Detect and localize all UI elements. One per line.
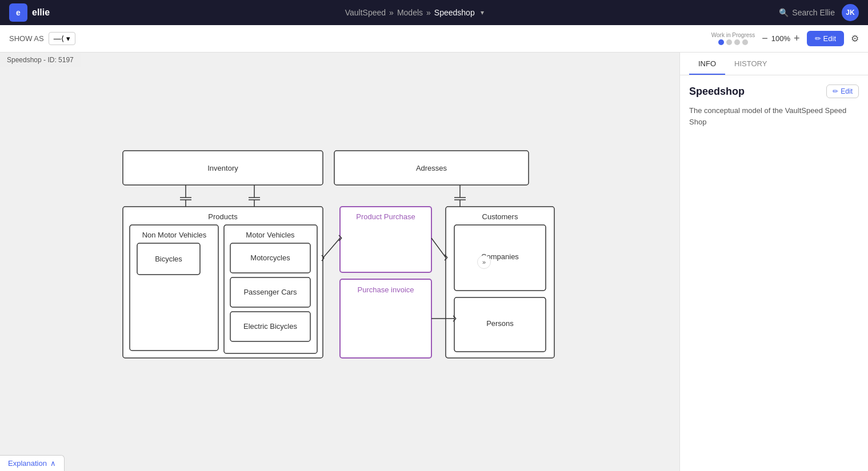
wip-section: Work in Progress [711, 32, 755, 45]
logo-text: ellie [32, 7, 50, 18]
zoom-in-button[interactable]: + [794, 33, 800, 45]
main-area: Speedshop - ID: 5197 Inventory Adresses [0, 53, 868, 471]
search-icon: 🔍 [779, 8, 789, 17]
toolbar: SHOW AS —⟨ ▾ Work in Progress − 100% + ✏… [0, 25, 868, 53]
breadcrumb-speedshop[interactable]: Speedshop [434, 8, 475, 17]
motorcycles-label: Motorcycles [250, 253, 290, 262]
persons-label: Persons [486, 319, 514, 328]
breadcrumb-vaultspeed[interactable]: VaultSpeed [345, 8, 386, 17]
zoom-out-button[interactable]: − [762, 33, 768, 45]
breadcrumb-models[interactable]: Models [397, 8, 423, 17]
product-purchase-label: Product Purchase [356, 212, 415, 221]
panel-title: Speedshop [689, 86, 745, 98]
purchase-invoice-label: Purchase invoice [357, 285, 414, 294]
search-label[interactable]: Search Ellie [792, 8, 835, 17]
explanation-bar[interactable]: Explanation ∧ [0, 455, 65, 471]
panel-title-row: Speedshop ✏ Edit [689, 84, 859, 98]
tab-info[interactable]: INFO [689, 53, 725, 75]
explanation-label: Explanation [8, 459, 47, 468]
edit-label: Edit [823, 34, 836, 43]
breadcrumb-sep2: » [426, 8, 431, 17]
products-label: Products [208, 212, 238, 221]
panel-edit-button[interactable]: ✏ Edit [826, 84, 859, 98]
zoom-controls: − 100% + [762, 33, 799, 45]
show-as-control[interactable]: —⟨ ▾ [49, 32, 75, 45]
right-panel: INFO HISTORY Speedshop ✏ Edit The concep… [679, 53, 868, 471]
panel-tabs: INFO HISTORY [680, 53, 868, 75]
toolbar-left: SHOW AS —⟨ ▾ [9, 32, 75, 45]
customers-label: Customers [482, 212, 518, 221]
inventory-label: Inventory [207, 164, 238, 172]
show-as-value: —⟨ [54, 34, 64, 43]
navbar: e ellie VaultSpeed » Models » Speedshop … [0, 0, 868, 25]
show-as-label: SHOW AS [9, 34, 44, 43]
passenger-cars-label: Passenger Cars [243, 288, 297, 296]
panel-edit-pencil-icon: ✏ [833, 87, 838, 95]
wip-label: Work in Progress [711, 32, 755, 38]
navbar-right: 🔍 Search Ellie JK [779, 4, 859, 21]
show-as-chevron-icon: ▾ [66, 34, 70, 43]
wip-dot-1 [718, 39, 724, 45]
wip-dot-4 [742, 39, 748, 45]
avatar[interactable]: JK [842, 4, 859, 21]
panel-edit-label: Edit [841, 87, 853, 95]
electric-bicycles-label: Electric Bicycles [243, 322, 297, 331]
erd-diagram[interactable]: Inventory Adresses [117, 145, 563, 373]
search-box[interactable]: 🔍 Search Ellie [779, 8, 835, 17]
panel-description: The conceptual model of the VaultSpeed S… [689, 105, 859, 127]
diagram-container: Inventory Adresses [0, 70, 679, 448]
edit-button[interactable]: ✏ Edit [807, 31, 844, 46]
non-motor-vehicles-label: Non Motor Vehicles [142, 231, 206, 239]
explanation-chevron-icon: ∧ [50, 459, 56, 468]
edit-pencil-icon: ✏ [815, 34, 821, 43]
bicycles-label: Bicycles [155, 255, 182, 263]
panel-content: Speedshop ✏ Edit The conceptual model of… [680, 75, 868, 471]
canvas-area[interactable]: Speedshop - ID: 5197 Inventory Adresses [0, 53, 679, 471]
settings-button[interactable]: ⚙ [851, 33, 859, 44]
addresses-label: Adresses [415, 164, 447, 172]
navbar-breadcrumb: VaultSpeed » Models » Speedshop ▾ [345, 8, 484, 17]
wip-dots [718, 39, 748, 45]
panel-collapse-button[interactable]: » [477, 255, 491, 269]
toolbar-right: Work in Progress − 100% + ✏ Edit ⚙ [711, 31, 859, 46]
wip-dot-2 [726, 39, 732, 45]
zoom-level: 100% [771, 34, 790, 43]
logo-icon: e [9, 3, 27, 22]
chevron-down-icon[interactable]: ▾ [481, 9, 484, 17]
canvas-breadcrumb: Speedshop - ID: 5197 [0, 53, 81, 67]
navbar-left: e ellie [9, 3, 50, 22]
breadcrumb-sep1: » [389, 8, 394, 17]
tab-history[interactable]: HISTORY [725, 53, 776, 75]
motor-vehicles-label: Motor Vehicles [246, 231, 295, 239]
svg-line-17 [431, 238, 446, 257]
svg-line-12 [323, 238, 340, 258]
wip-dot-3 [734, 39, 740, 45]
